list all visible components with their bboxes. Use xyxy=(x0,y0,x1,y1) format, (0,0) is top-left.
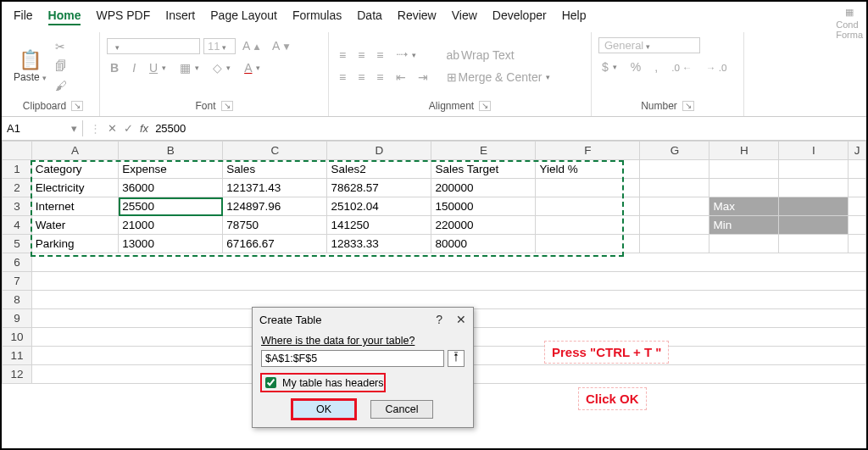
row-header[interactable]: 12 xyxy=(3,365,32,384)
decrease-decimal-button[interactable]: → .0 xyxy=(703,58,731,75)
col-header[interactable]: C xyxy=(223,142,327,160)
align-top-button[interactable]: ≡ xyxy=(336,47,349,64)
cell[interactable]: Sales Target xyxy=(431,160,536,179)
confirm-edit-icon[interactable]: ✓ xyxy=(124,122,133,135)
row-header[interactable]: 7 xyxy=(3,272,32,291)
help-icon[interactable]: ? xyxy=(436,313,442,326)
cell[interactable] xyxy=(709,179,779,197)
col-header[interactable]: A xyxy=(31,142,119,160)
cell[interactable] xyxy=(536,197,640,216)
font-size-box[interactable]: 11 xyxy=(203,38,236,54)
decrease-font-button[interactable]: A▼ xyxy=(269,37,295,54)
cell[interactable]: Internet xyxy=(31,197,119,216)
row-header[interactable]: 5 xyxy=(3,235,32,253)
cell[interactable]: 141250 xyxy=(327,216,431,235)
orientation-button[interactable]: ⭬ xyxy=(392,47,420,64)
cell[interactable] xyxy=(31,253,865,272)
cell[interactable]: Expense xyxy=(119,160,223,179)
cell[interactable]: 78750 xyxy=(223,216,327,235)
range-input[interactable] xyxy=(261,350,444,367)
align-right-button[interactable]: ≡ xyxy=(373,69,387,86)
row-header[interactable]: 3 xyxy=(3,197,32,216)
wrap-text-button[interactable]: ab Wrap Text xyxy=(443,47,554,64)
paste-button[interactable]: 📋 Paste xyxy=(14,49,47,83)
cell[interactable] xyxy=(779,197,849,216)
row-header[interactable]: 11 xyxy=(3,347,32,365)
cell[interactable]: Sales2 xyxy=(327,160,431,179)
row-header[interactable]: 10 xyxy=(3,328,32,347)
cell[interactable] xyxy=(779,216,849,235)
select-all-corner[interactable] xyxy=(3,142,32,160)
col-header[interactable]: E xyxy=(431,142,536,160)
number-format-box[interactable]: General xyxy=(598,37,700,53)
cell[interactable] xyxy=(849,216,866,235)
row-header[interactable]: 2 xyxy=(3,179,32,197)
cell[interactable]: 21000 xyxy=(119,216,223,235)
menu-developer[interactable]: Developer xyxy=(492,8,547,25)
cell[interactable]: Water xyxy=(31,216,119,235)
cell[interactable]: 150000 xyxy=(431,197,536,216)
cell[interactable] xyxy=(709,160,779,179)
accounting-format-button[interactable]: $ xyxy=(598,58,620,75)
cell[interactable] xyxy=(536,216,640,235)
cell[interactable] xyxy=(640,235,709,253)
cell[interactable]: 78628.57 xyxy=(327,179,431,197)
cell[interactable] xyxy=(779,235,849,253)
col-header[interactable]: J xyxy=(849,142,866,160)
row-header[interactable]: 9 xyxy=(3,309,32,328)
formula-input[interactable]: 25500 xyxy=(155,122,186,135)
cell-active[interactable]: 25500 xyxy=(119,197,223,216)
cell-max-label[interactable]: Max xyxy=(709,197,779,216)
cell[interactable]: 12833.33 xyxy=(327,235,431,253)
cell[interactable] xyxy=(536,179,640,197)
menu-wps-pdf[interactable]: WPS PDF xyxy=(96,8,150,25)
align-middle-button[interactable]: ≡ xyxy=(354,47,368,64)
col-header[interactable]: F xyxy=(536,142,640,160)
cell[interactable]: Sales xyxy=(223,160,327,179)
menu-view[interactable]: View xyxy=(452,8,477,25)
cell[interactable] xyxy=(849,160,866,179)
fill-color-button[interactable]: ◇ xyxy=(209,59,234,76)
clipboard-dialog-launcher[interactable]: ↘ xyxy=(71,101,83,111)
cell[interactable] xyxy=(31,272,865,291)
cell[interactable] xyxy=(536,235,640,253)
cell[interactable] xyxy=(709,235,779,253)
format-painter-button[interactable]: 🖌 xyxy=(52,77,70,94)
col-header[interactable]: D xyxy=(327,142,431,160)
cell[interactable] xyxy=(849,235,866,253)
row-header[interactable]: 8 xyxy=(3,291,32,309)
cell[interactable]: 124897.96 xyxy=(223,197,327,216)
increase-font-button[interactable]: A▲ xyxy=(239,37,265,54)
headers-checkbox[interactable] xyxy=(265,377,276,388)
cell[interactable] xyxy=(849,197,866,216)
font-name-box[interactable] xyxy=(107,38,200,54)
menu-home[interactable]: Home xyxy=(48,8,81,25)
number-dialog-launcher[interactable]: ↘ xyxy=(682,101,694,111)
row-header[interactable]: 4 xyxy=(3,216,32,235)
cell[interactable] xyxy=(640,160,709,179)
cell[interactable]: 121371.43 xyxy=(223,179,327,197)
comma-style-button[interactable]: , xyxy=(651,58,661,75)
cut-button[interactable]: ✂ xyxy=(52,38,70,55)
cell[interactable]: 80000 xyxy=(431,235,536,253)
cell[interactable]: Electricity xyxy=(31,179,119,197)
increase-decimal-button[interactable]: .0 ← xyxy=(668,58,696,75)
cell-min-label[interactable]: Min xyxy=(709,216,779,235)
alignment-dialog-launcher[interactable]: ↘ xyxy=(479,101,491,111)
range-picker-icon[interactable]: ⭱ xyxy=(448,350,465,367)
bold-button[interactable]: B xyxy=(107,59,122,76)
decrease-indent-button[interactable]: ⇤ xyxy=(392,69,409,86)
col-header[interactable]: H xyxy=(709,142,779,160)
percent-button[interactable]: % xyxy=(627,58,644,75)
headers-checkbox-row[interactable]: My table has headers xyxy=(261,374,385,392)
cell[interactable]: 13000 xyxy=(119,235,223,253)
align-left-button[interactable]: ≡ xyxy=(336,69,349,86)
cell[interactable] xyxy=(640,216,709,235)
menu-insert[interactable]: Insert xyxy=(165,8,195,25)
col-header[interactable]: B xyxy=(119,142,223,160)
col-header[interactable]: I xyxy=(779,142,849,160)
font-dialog-launcher[interactable]: ↘ xyxy=(221,101,233,111)
cell[interactable] xyxy=(640,197,709,216)
menu-file[interactable]: File xyxy=(14,8,33,25)
fx-icon[interactable]: fx xyxy=(140,122,148,135)
